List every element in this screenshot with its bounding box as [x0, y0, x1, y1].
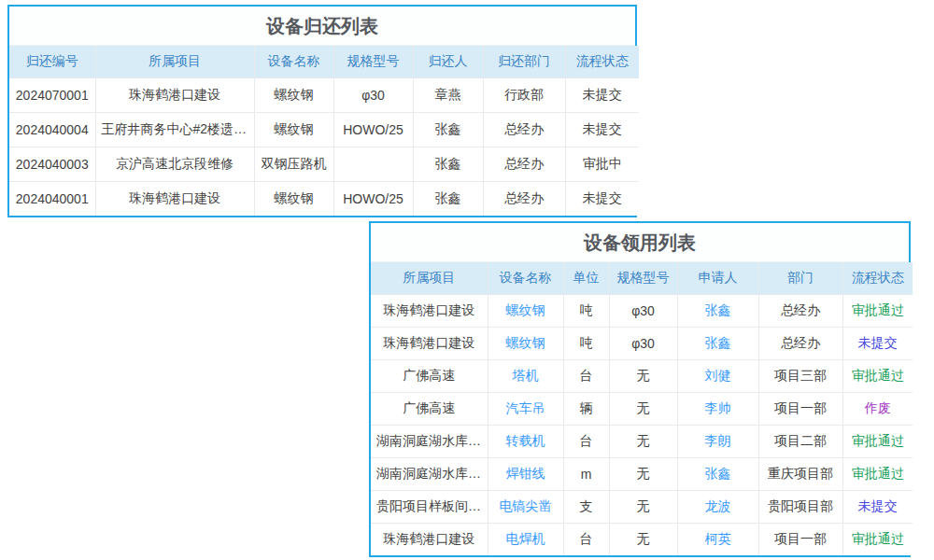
cell-text: 总经办	[504, 121, 544, 136]
cell: 总经办	[483, 112, 565, 147]
cell: 未提交	[565, 181, 639, 216]
link-cell: 电焊机	[488, 523, 563, 555]
status-cell: 未提交	[842, 327, 913, 359]
cell-text: 京沪高速北京段维修	[116, 156, 234, 171]
cell: 2024040003	[9, 147, 95, 181]
cell-link[interactable]: 龙波	[705, 498, 731, 513]
cell: 珠海鹤港口建设	[95, 77, 254, 112]
cell: 项目一部	[758, 392, 842, 425]
cell-link[interactable]: 焊钳线	[506, 466, 545, 481]
cell-text: 2024070001	[16, 88, 89, 103]
cell: 吨	[563, 327, 609, 359]
cell-text: 未提交	[583, 190, 622, 205]
table-row: 珠海鹤港口建设螺纹钢吨φ30张鑫总经办未提交	[371, 327, 913, 359]
link-cell: 张鑫	[677, 294, 758, 327]
status-text: 审批通过	[852, 368, 904, 383]
cell: 未提交	[565, 112, 639, 147]
cell: 湖南洞庭湖水库引...	[371, 457, 488, 490]
link-cell: 塔机	[488, 359, 563, 392]
cell-text: 无	[637, 368, 650, 383]
column-header: 归还编号	[9, 46, 95, 77]
column-header: 单位	[563, 262, 609, 294]
cell	[333, 147, 413, 181]
column-header: 设备名称	[488, 262, 563, 294]
link-cell: 转载机	[488, 425, 563, 457]
cell-link[interactable]: 转载机	[506, 433, 545, 448]
cell-text: 双钢压路机	[262, 156, 327, 171]
cell-link[interactable]: 螺纹钢	[506, 302, 545, 317]
cell-text: 支	[580, 498, 593, 513]
status-cell: 审批通过	[842, 425, 913, 457]
cell-link[interactable]: 螺纹钢	[506, 335, 545, 350]
cell-text: HOWO/25	[343, 122, 403, 137]
table-row: 2024070001珠海鹤港口建设螺纹钢φ30章燕行政部未提交	[9, 77, 639, 112]
cell-text: 珠海鹤港口建设	[383, 302, 474, 317]
cell-link[interactable]: 汽车吊	[506, 400, 545, 415]
cell-link[interactable]: 张鑫	[705, 466, 731, 481]
cell: 台	[563, 425, 609, 457]
cell-link[interactable]: 电焊机	[506, 531, 545, 546]
cell: 章燕	[413, 77, 483, 112]
cell: 支	[563, 490, 609, 523]
cell: 张鑫	[413, 112, 483, 147]
cell-text: 张鑫	[435, 156, 461, 171]
link-cell: 李朗	[677, 425, 758, 457]
link-cell: 张鑫	[677, 457, 758, 490]
cell-link[interactable]: 李帅	[705, 400, 731, 415]
equipment-return-title: 设备归还列表	[9, 7, 635, 46]
column-header: 流程状态	[565, 46, 639, 77]
status-text: 未提交	[858, 335, 898, 350]
link-cell: 龙波	[677, 490, 758, 523]
cell-text: HOWO/25	[343, 191, 403, 206]
cell: 螺纹钢	[254, 112, 333, 147]
cell: 珠海鹤港口建设	[371, 327, 488, 359]
cell-text: 吨	[580, 302, 593, 317]
header-row: 所属项目设备名称单位规格型号申请人部门流程状态	[371, 262, 913, 294]
cell: 2024040001	[9, 181, 95, 216]
table-row: 珠海鹤港口建设螺纹钢吨φ30张鑫总经办审批通过	[371, 294, 913, 327]
column-header: 规格型号	[609, 262, 677, 294]
column-header: 归还部门	[483, 46, 565, 77]
cell-link[interactable]: 塔机	[513, 368, 539, 383]
cell-text: 辆	[580, 400, 593, 415]
cell: HOWO/25	[333, 181, 413, 216]
cell-text: 2024040003	[16, 157, 89, 172]
cell-text: 王府井商务中心#2楼遗留...	[102, 121, 255, 136]
status-cell: 审批通过	[842, 294, 913, 327]
cell-text: 台	[580, 368, 593, 383]
cell-text: 审批中	[583, 156, 622, 171]
cell: 珠海鹤港口建设	[371, 294, 488, 327]
equipment-requisition-table: 所属项目设备名称单位规格型号申请人部门流程状态珠海鹤港口建设螺纹钢吨φ30张鑫总…	[371, 262, 913, 555]
link-cell: 李帅	[677, 392, 758, 425]
cell-text: φ30	[631, 303, 655, 318]
status-cell: 审批通过	[842, 523, 913, 555]
cell-text: m	[581, 467, 592, 482]
cell-link[interactable]: 柯英	[705, 531, 731, 546]
column-header: 流程状态	[842, 262, 913, 294]
cell-text: 总经办	[781, 302, 820, 317]
cell-text: 行政部	[504, 87, 544, 102]
cell-text: 2024040004	[16, 122, 89, 137]
cell: 螺纹钢	[254, 77, 333, 112]
cell: φ30	[333, 77, 413, 112]
cell-link[interactable]: 刘健	[705, 368, 731, 383]
cell-text: 螺纹钢	[275, 121, 314, 136]
cell: 珠海鹤港口建设	[371, 523, 488, 555]
table-row: 2024040004王府井商务中心#2楼遗留...螺纹钢HOWO/25张鑫总经办…	[9, 112, 639, 147]
cell: 总经办	[758, 327, 842, 359]
cell-link[interactable]: 张鑫	[705, 302, 731, 317]
cell-link[interactable]: 电镐尖凿	[500, 498, 552, 513]
cell: 台	[563, 523, 609, 555]
cell-text: 张鑫	[435, 190, 461, 205]
link-cell: 电镐尖凿	[488, 490, 563, 523]
table-row: 广佛高速塔机台无刘健项目三部审批通过	[371, 359, 913, 392]
table-row: 贵阳项目样板间、...电镐尖凿支无龙波贵阳项目部未提交	[371, 490, 913, 523]
cell-link[interactable]: 李朗	[705, 433, 731, 448]
cell-text: 章燕	[435, 87, 461, 102]
cell: HOWO/25	[333, 112, 413, 147]
cell-text: 未提交	[583, 121, 622, 136]
table-row: 广佛高速汽车吊辆无李帅项目一部作废	[371, 392, 913, 425]
cell: 无	[609, 523, 677, 555]
cell-link[interactable]: 张鑫	[705, 335, 731, 350]
cell-text: 珠海鹤港口建设	[383, 531, 474, 546]
